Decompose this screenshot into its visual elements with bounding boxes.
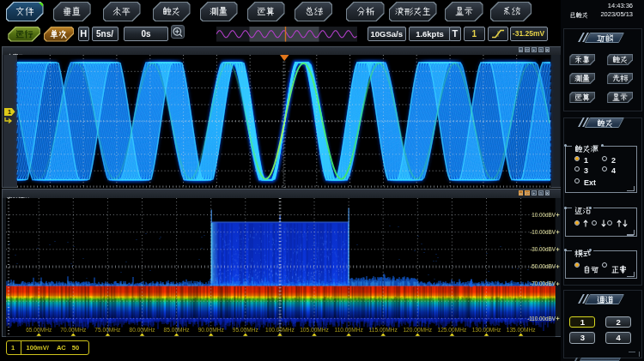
svg-text:100.00MHz: 100.00MHz <box>265 327 295 333</box>
svg-text:90.00MHz: 90.00MHz <box>198 327 224 333</box>
svg-text:-110.00dBV: -110.00dBV <box>527 315 556 321</box>
svg-text:110.00MHz: 110.00MHz <box>334 327 362 333</box>
svg-text:75.00MHz: 75.00MHz <box>94 327 120 333</box>
svg-text:130.00MHz: 130.00MHz <box>472 327 501 333</box>
svg-text:120.00MHz: 120.00MHz <box>403 327 432 333</box>
svg-text:-10.00dBV: -10.00dBV <box>530 228 556 234</box>
svg-text:80.00MHz: 80.00MHz <box>129 327 155 333</box>
svg-text:-70.00dBV: -70.00dBV <box>530 280 556 286</box>
svg-text:-30.00dBV: -30.00dBV <box>530 246 556 252</box>
svg-text:95.00MHz: 95.00MHz <box>233 327 258 333</box>
svg-text:10.00dBV: 10.00dBV <box>532 211 556 217</box>
svg-text:85.00MHz: 85.00MHz <box>164 327 190 333</box>
svg-text:70.00MHz: 70.00MHz <box>60 327 86 333</box>
svg-text:115.00MHz: 115.00MHz <box>369 327 398 333</box>
svg-text:-50.00dBV: -50.00dBV <box>530 263 556 269</box>
svg-text:125.00MHz: 125.00MHz <box>438 327 467 333</box>
svg-text:135.00MHz: 135.00MHz <box>507 327 536 333</box>
svg-text:105.00MHz: 105.00MHz <box>300 327 329 333</box>
svg-text:65.00MHz: 65.00MHz <box>26 327 52 333</box>
